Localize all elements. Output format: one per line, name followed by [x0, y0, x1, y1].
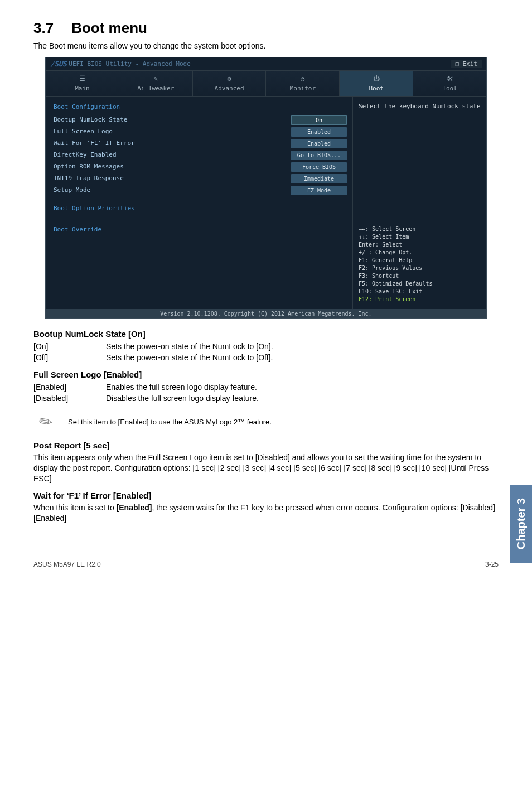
- optionrom-value[interactable]: Force BIOS: [291, 162, 347, 172]
- optionrom-label: Option ROM Messages: [54, 162, 291, 172]
- exit-label: Exit: [463, 60, 478, 67]
- int19-value[interactable]: Immediate: [291, 174, 347, 183]
- boot-override-section[interactable]: Boot Override: [54, 225, 347, 235]
- help-text: Select the keyboard NumLock state: [359, 103, 481, 222]
- key-f10: F10: Save ESC: Exit: [359, 288, 481, 296]
- tab-adv-label: Advanced: [215, 85, 244, 92]
- tab-main-label: Main: [75, 85, 90, 92]
- key-select-item: ↑↓: Select Item: [359, 233, 481, 241]
- waitf1-heading: Wait for ‘F1’ If Error [Enabled]: [33, 491, 499, 500]
- setupmode-value[interactable]: EZ Mode: [291, 186, 347, 195]
- numlock-heading: Bootup NumLock State [On]: [33, 329, 499, 339]
- tab-ai-tweaker[interactable]: ✎ Ai Tweaker: [119, 71, 193, 96]
- row-fullscreen[interactable]: Full Screen Logo Enabled: [54, 127, 347, 137]
- bios-options-panel: Boot Configuration Bootup NumLock State …: [46, 97, 352, 309]
- numlock-off-row: [Off] Sets the power-on state of the Num…: [33, 352, 273, 363]
- post-heading: Post Report [5 sec]: [33, 441, 499, 450]
- bios-copyright: Version 2.10.1208. Copyright (C) 2012 Am…: [46, 309, 486, 318]
- page-footer: ASUS M5A97 LE R2.0 3-25: [33, 557, 499, 568]
- fullscreen-value[interactable]: Enabled: [291, 127, 347, 137]
- advanced-icon: ⚙: [227, 74, 231, 83]
- fullscreen-dis-key: [Disabled]: [33, 393, 106, 404]
- row-optionrom[interactable]: Option ROM Messages Force BIOS: [54, 162, 347, 172]
- tab-tool-label: Tool: [442, 85, 457, 92]
- tweaker-icon: ✎: [154, 74, 158, 83]
- key-enter: Enter: Select: [359, 241, 481, 249]
- key-select-screen: →←: Select Screen: [359, 225, 481, 233]
- exit-button[interactable]: ❐ Exit: [451, 60, 482, 68]
- tab-ai-label: Ai Tweaker: [137, 85, 174, 92]
- fullscreen-options-table: [Enabled] Enables the full screen logo d…: [33, 381, 259, 404]
- int19-label: INT19 Trap Response: [54, 174, 291, 183]
- waitf1-bold: [Enabled]: [117, 503, 152, 512]
- numlock-label: Bootup NumLock State: [54, 115, 291, 125]
- bios-help-panel: Select the keyboard NumLock state →←: Se…: [352, 97, 486, 309]
- key-legend: →←: Select Screen ↑↓: Select Item Enter:…: [359, 225, 481, 303]
- pencil-icon: ✎: [28, 404, 62, 438]
- tab-main[interactable]: ☰ Main: [46, 71, 119, 96]
- power-icon: ⏻: [373, 74, 380, 83]
- tab-tool[interactable]: 🛠 Tool: [413, 71, 486, 96]
- waitf1-value[interactable]: Enabled: [291, 139, 347, 148]
- bios-subtitle: UEFI BIOS Utility - Advanced Mode: [69, 60, 191, 67]
- post-body: This item appears only when the Full Scr…: [33, 452, 499, 484]
- fullscreen-dis-desc: Disables the full screen logo display fe…: [106, 393, 259, 404]
- row-waitf1[interactable]: Wait For 'F1' If Error Enabled: [54, 139, 347, 148]
- footer-model: ASUS M5A97 LE R2.0: [33, 561, 101, 568]
- row-setupmode[interactable]: Setup Mode EZ Mode: [54, 186, 347, 195]
- intro-text: The Boot menu items allow you to change …: [33, 41, 499, 50]
- numlock-options-table: [On] Sets the power-on state of the NumL…: [33, 341, 273, 363]
- note-box: ✎ Set this item to [Enabled] to use the …: [33, 409, 499, 434]
- waitf1-label: Wait For 'F1' If Error: [54, 139, 291, 148]
- section-heading: 3.7Boot menu: [33, 20, 499, 37]
- tab-boot-label: Boot: [369, 85, 384, 92]
- fullscreen-en-row: [Enabled] Enables the full screen logo d…: [33, 381, 259, 393]
- tool-icon: 🛠: [447, 74, 453, 83]
- monitor-icon: ◔: [301, 74, 304, 83]
- bios-body: Boot Configuration Bootup NumLock State …: [46, 97, 486, 309]
- footer-page: 3-25: [485, 561, 499, 568]
- tab-mon-label: Monitor: [290, 85, 316, 92]
- key-f12: F12: Print Screen: [359, 296, 481, 303]
- numlock-off-desc: Sets the power-on state of the NumLock t…: [106, 352, 273, 363]
- numlock-off-key: [Off]: [33, 352, 106, 363]
- section-number: 3.7: [33, 20, 54, 36]
- row-int19[interactable]: INT19 Trap Response Immediate: [54, 174, 347, 183]
- fullscreen-dis-row: [Disabled] Disables the full screen logo…: [33, 393, 259, 404]
- numlock-on-key: [On]: [33, 341, 106, 352]
- fullscreen-heading: Full Screen Logo [Enabled]: [33, 370, 499, 379]
- bios-tab-bar: ☰ Main ✎ Ai Tweaker ⚙ Advanced ◔ Monitor…: [46, 71, 486, 97]
- waitf1-body: When this item is set to [Enabled], the …: [33, 503, 499, 524]
- bios-titlebar: /SUS UEFI BIOS Utility - Advanced Mode ❐…: [46, 57, 486, 71]
- key-f3: F3: Shortcut: [359, 272, 481, 280]
- fullscreen-en-key: [Enabled]: [33, 381, 106, 393]
- key-change-opt: +/-: Change Opt.: [359, 249, 481, 257]
- chapter-tab: Chapter 3: [510, 485, 532, 563]
- section-title-text: Boot menu: [71, 20, 147, 36]
- directkey-label: DirectKey Enabled: [54, 151, 291, 160]
- directkey-value[interactable]: Go to BIOS...: [291, 151, 347, 160]
- bios-brand-logo: /SUS: [50, 60, 66, 68]
- key-f1: F1: General Help: [359, 257, 481, 264]
- setupmode-label: Setup Mode: [54, 186, 291, 195]
- list-icon: ☰: [79, 74, 85, 83]
- tab-monitor[interactable]: ◔ Monitor: [266, 71, 340, 96]
- numlock-on-desc: Sets the power-on state of the NumLock t…: [106, 341, 273, 352]
- key-f2: F2: Previous Values: [359, 264, 481, 272]
- boot-priorities-section[interactable]: Boot Option Priorities: [54, 204, 347, 214]
- bios-window: /SUS UEFI BIOS Utility - Advanced Mode ❐…: [45, 57, 487, 319]
- note-text: Set this item to [Enabled] to use the AS…: [68, 413, 499, 431]
- numlock-value[interactable]: On: [291, 115, 347, 125]
- row-numlock[interactable]: Bootup NumLock State On: [54, 115, 347, 125]
- fullscreen-label: Full Screen Logo: [54, 127, 291, 137]
- tab-boot[interactable]: ⏻ Boot: [340, 71, 413, 96]
- fullscreen-en-desc: Enables the full screen logo display fea…: [106, 381, 259, 393]
- row-directkey[interactable]: DirectKey Enabled Go to BIOS...: [54, 151, 347, 160]
- tab-advanced[interactable]: ⚙ Advanced: [193, 71, 267, 96]
- waitf1-pre: When this item is set to: [33, 503, 117, 512]
- numlock-on-row: [On] Sets the power-on state of the NumL…: [33, 341, 273, 352]
- key-f5: F5: Optimized Defaults: [359, 280, 481, 288]
- config-header: Boot Configuration: [54, 103, 347, 112]
